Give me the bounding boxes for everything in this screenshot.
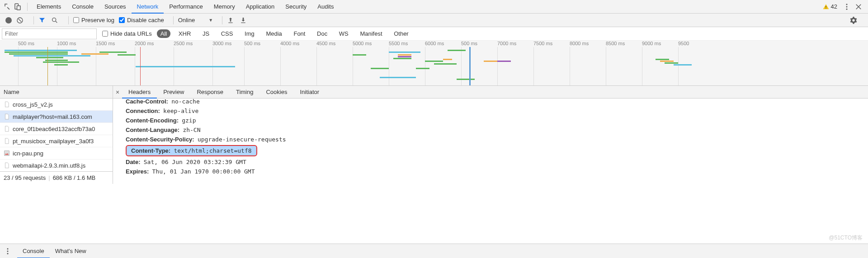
tab-elements[interactable]: Elements — [31, 0, 66, 14]
detail-tab-timing[interactable]: Timing — [230, 86, 260, 99]
download-icon[interactable] — [240, 17, 247, 24]
network-content: Name cross_js5_v2.jsmailplayer?host=mail… — [0, 86, 868, 184]
tab-sources[interactable]: Sources — [99, 0, 132, 14]
timeline-right: 500 ms4000 ms4500 ms5000 ms5500 ms6000 m… — [244, 41, 710, 85]
timeline-tick: 5000 ms — [353, 41, 372, 46]
detail-tab-headers[interactable]: Headers — [122, 86, 157, 99]
type-filter-all[interactable]: All — [157, 29, 170, 38]
tab-application[interactable]: Application — [241, 0, 280, 14]
inspect-icon[interactable] — [4, 3, 12, 11]
filter-bar: Hide data URLs All XHR JS CSS Img Media … — [0, 27, 868, 41]
clear-icon[interactable] — [16, 17, 24, 24]
type-filter-ws[interactable]: WS — [335, 29, 352, 38]
separator — [33, 16, 34, 24]
warnings-count: 42 — [831, 3, 837, 10]
drawer-tab-whatsnew[interactable]: What's New — [50, 244, 92, 258]
file-icon — [4, 126, 10, 132]
type-filter-img[interactable]: Img — [241, 29, 258, 38]
header-value: Sat, 06 Jun 2020 03:32:39 GMT — [144, 159, 246, 165]
timeline-tick: 4500 ms — [316, 41, 335, 46]
disable-cache-checkbox[interactable]: Disable cache — [119, 17, 164, 23]
header-key: Content-Type: — [131, 147, 170, 154]
type-filter-manifest[interactable]: Manifest — [356, 29, 386, 38]
timeline-tick: 7000 ms — [497, 41, 516, 46]
tab-security[interactable]: Security — [280, 0, 312, 14]
close-icon[interactable] — [854, 3, 863, 11]
header-key: Content-Security-Policy: — [126, 136, 194, 143]
header-row[interactable]: Cache-Control: no-cache — [126, 99, 868, 106]
header-value: zh-CN — [183, 127, 200, 133]
header-key: Expires: — [126, 168, 149, 175]
header-row[interactable]: Connection: keep-alive — [126, 106, 868, 116]
request-name: icn-pau.png — [13, 150, 43, 157]
timeline-tick: 4000 ms — [280, 41, 299, 46]
disable-cache-label: Disable cache — [127, 17, 164, 23]
device-toolbar-icon[interactable] — [14, 3, 22, 11]
tab-network[interactable]: Network — [132, 0, 164, 14]
svg-point-6 — [846, 8, 848, 9]
column-header-name[interactable]: Name — [0, 86, 113, 99]
tab-performance[interactable]: Performance — [164, 0, 208, 14]
timeline-tick: 500 ms — [461, 41, 477, 46]
request-name: cross_js5_v2.js — [13, 101, 53, 108]
request-row[interactable]: core_0f1beac6ed132accfb73a0 — [0, 123, 113, 135]
svg-point-11 — [7, 250, 9, 252]
type-filter-css[interactable]: CSS — [217, 29, 237, 38]
header-row[interactable]: Content-Encoding: gzip — [126, 116, 868, 125]
type-filter-js[interactable]: JS — [199, 29, 213, 38]
header-key: Connection: — [126, 108, 160, 114]
type-filter-other[interactable]: Other — [390, 29, 412, 38]
header-value: upgrade-insecure-requests — [198, 136, 286, 143]
type-filter-font[interactable]: Font — [290, 29, 309, 38]
header-row[interactable]: Content-Security-Policy: upgrade-insecur… — [126, 135, 868, 144]
close-detail-button[interactable]: × — [113, 89, 122, 96]
hide-data-urls-checkbox[interactable]: Hide data URLs — [102, 30, 152, 37]
filter-icon[interactable] — [38, 17, 46, 24]
request-row[interactable]: mailplayer?host=mail.163.com — [0, 111, 113, 123]
search-icon[interactable] — [51, 17, 58, 24]
settings-icon[interactable] — [850, 17, 857, 24]
upload-icon[interactable] — [227, 17, 234, 24]
throttling-select[interactable]: Online▼ — [178, 17, 213, 23]
timeline-tick: 3000 ms — [212, 41, 231, 46]
detail-tab-initiator[interactable]: Initiator — [293, 86, 326, 99]
header-row[interactable]: Date: Sat, 06 Jun 2020 03:32:39 GMT — [126, 157, 868, 167]
warnings-badge[interactable]: 42 — [823, 3, 837, 10]
separator — [222, 16, 222, 24]
request-row[interactable]: webmailapi-2.9.3.min.utf8.js — [0, 159, 113, 171]
type-filter-xhr[interactable]: XHR — [175, 29, 194, 38]
hide-data-urls-label: Hide data URLs — [110, 30, 152, 37]
preserve-log-checkbox[interactable]: Preserve log — [73, 17, 114, 23]
record-button[interactable] — [5, 17, 12, 23]
type-filter-doc[interactable]: Doc — [313, 29, 331, 38]
type-filter-media[interactable]: Media — [262, 29, 285, 38]
svg-point-4 — [846, 4, 848, 5]
file-icon — [4, 162, 10, 169]
image-file-icon — [4, 150, 10, 156]
response-headers-section: Cache-Control: no-cacheConnection: keep-… — [113, 99, 868, 184]
detail-tab-response[interactable]: Response — [190, 86, 230, 99]
detail-tab-cookies[interactable]: Cookies — [259, 86, 293, 99]
request-row[interactable]: cross_js5_v2.js — [0, 99, 113, 111]
svg-rect-3 — [826, 8, 826, 8]
header-row[interactable]: Content-Language: zh-CN — [126, 125, 868, 135]
tab-memory[interactable]: Memory — [208, 0, 241, 14]
tab-audits[interactable]: Audits — [312, 0, 339, 14]
header-value: gzip — [182, 117, 196, 124]
more-icon[interactable] — [843, 3, 851, 11]
detail-tab-preview[interactable]: Preview — [157, 86, 190, 99]
detail-tabs: × Headers Preview Response Timing Cookie… — [113, 86, 868, 99]
drawer-more-icon[interactable] — [4, 247, 12, 255]
svg-point-8 — [52, 18, 56, 21]
tab-console[interactable]: Console — [66, 0, 99, 14]
timeline-tick: 2500 ms — [174, 41, 193, 46]
header-row[interactable]: Expires: Thu, 01 Jan 1970 00:00:00 GMT — [126, 167, 868, 176]
request-row[interactable]: pt_musicbox_mailplayer_3a0f3 — [0, 135, 113, 147]
request-row[interactable]: icn-pau.png — [0, 147, 113, 159]
drawer-tab-console[interactable]: Console — [17, 244, 50, 258]
timeline-overview[interactable]: 500 ms1000 ms1500 ms2000 ms2500 ms3000 m… — [0, 41, 868, 86]
request-list-pane: Name cross_js5_v2.jsmailplayer?host=mail… — [0, 86, 113, 184]
header-row[interactable]: Content-Type: text/html;charset=utf8 — [126, 145, 257, 156]
filter-input[interactable] — [2, 28, 97, 39]
status-bar: 23 / 95 requests | 686 KB / 1.6 MB — [0, 171, 113, 184]
